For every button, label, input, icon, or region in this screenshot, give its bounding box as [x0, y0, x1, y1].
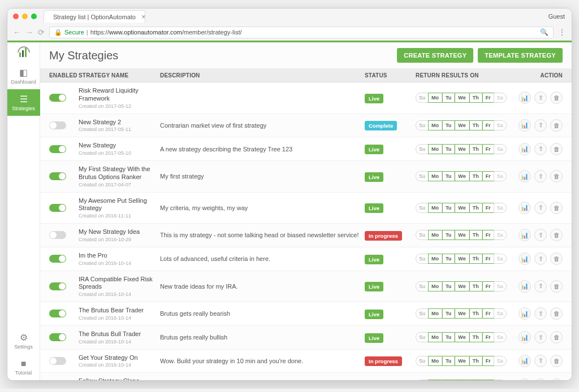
view-results-button[interactable]: 📊 — [518, 202, 531, 214]
day-sa[interactable]: Sa — [494, 281, 507, 291]
day-su[interactable]: Su — [416, 144, 428, 154]
publish-button[interactable]: ⇪ — [534, 92, 547, 104]
day-fr[interactable]: Fr — [482, 308, 494, 319]
publish-button[interactable]: ⇪ — [534, 143, 547, 155]
delete-button[interactable]: 🗑 — [550, 331, 563, 343]
day-sa[interactable]: Sa — [494, 120, 507, 130]
day-sa[interactable]: Sa — [494, 380, 507, 380]
day-sa[interactable]: Sa — [494, 332, 507, 342]
strategy-name[interactable]: The Brutus Bear Trader — [79, 307, 158, 315]
enabled-toggle[interactable] — [49, 231, 66, 239]
create-strategy-button[interactable]: CREATE STRATEGY — [397, 48, 473, 63]
days-selector[interactable]: SuMoTuWeThFrSa — [416, 254, 512, 264]
publish-button[interactable]: ⇪ — [534, 378, 547, 380]
delete-button[interactable]: 🗑 — [550, 280, 563, 293]
days-selector[interactable]: SuMoTuWeThFrSa — [416, 120, 512, 130]
day-mo[interactable]: Mo — [428, 230, 442, 240]
enabled-toggle[interactable] — [49, 333, 66, 341]
day-su[interactable]: Su — [416, 203, 428, 213]
strategy-name[interactable]: New Strategy 2 — [79, 119, 158, 127]
day-we[interactable]: We — [455, 254, 469, 264]
enabled-toggle[interactable] — [49, 310, 66, 317]
sidebar-item-strategies[interactable]: ☰ Strategies — [7, 89, 40, 116]
delete-button[interactable]: 🗑 — [550, 143, 563, 155]
logo-icon[interactable] — [17, 46, 31, 59]
day-tu[interactable]: Tu — [442, 144, 455, 154]
day-we[interactable]: We — [455, 120, 469, 130]
delete-button[interactable]: 🗑 — [550, 92, 563, 104]
day-mo[interactable]: Mo — [428, 203, 442, 213]
publish-button[interactable]: ⇪ — [534, 252, 547, 265]
day-mo[interactable]: Mo — [428, 380, 442, 380]
day-th[interactable]: Th — [469, 308, 482, 319]
publish-button[interactable]: ⇪ — [534, 307, 547, 320]
day-tu[interactable]: Tu — [442, 254, 455, 264]
day-we[interactable]: We — [455, 144, 469, 154]
delete-button[interactable]: 🗑 — [550, 378, 563, 380]
day-su[interactable]: Su — [416, 230, 428, 240]
day-mo[interactable]: Mo — [428, 144, 442, 154]
day-fr[interactable]: Fr — [482, 380, 494, 380]
day-fr[interactable]: Fr — [482, 144, 494, 154]
day-mo[interactable]: Mo — [428, 308, 442, 319]
tab-close-icon[interactable]: × — [139, 12, 145, 21]
day-sa[interactable]: Sa — [494, 254, 507, 264]
strategy-name[interactable]: The Brutus Bull Trader — [79, 330, 158, 338]
days-selector[interactable]: SuMoTuWeThFrSa — [416, 144, 512, 154]
day-th[interactable]: Th — [469, 254, 482, 264]
publish-button[interactable]: ⇪ — [534, 355, 547, 367]
close-window-icon[interactable] — [13, 14, 19, 19]
minimize-window-icon[interactable] — [22, 14, 28, 19]
enabled-toggle[interactable] — [49, 94, 66, 102]
day-su[interactable]: Su — [416, 308, 428, 319]
strategy-name[interactable]: My Awesome Put Selling Strategy — [79, 197, 158, 213]
day-we[interactable]: We — [455, 230, 469, 240]
day-sa[interactable]: Sa — [494, 356, 507, 366]
sidebar-item-dashboard[interactable]: ◧ Dashboard — [7, 63, 40, 89]
days-selector[interactable]: SuMoTuWeThFrSa — [416, 356, 512, 366]
sidebar-item-settings[interactable]: ⚙ Settings — [7, 328, 40, 354]
day-sa[interactable]: Sa — [494, 308, 507, 319]
day-fr[interactable]: Fr — [482, 93, 494, 103]
days-selector[interactable]: SuMoTuWeThFrSa — [416, 281, 512, 291]
days-selector[interactable]: SuMoTuWeThFrSa — [416, 380, 512, 380]
day-sa[interactable]: Sa — [494, 93, 507, 103]
publish-button[interactable]: ⇪ — [534, 331, 547, 343]
delete-button[interactable]: 🗑 — [550, 202, 563, 214]
days-selector[interactable]: SuMoTuWeThFrSa — [416, 230, 512, 240]
day-su[interactable]: Su — [416, 356, 428, 366]
view-results-button[interactable]: 📊 — [518, 119, 531, 132]
publish-button[interactable]: ⇪ — [534, 280, 547, 293]
day-th[interactable]: Th — [469, 230, 482, 240]
days-selector[interactable]: SuMoTuWeThFrSa — [416, 93, 512, 103]
day-th[interactable]: Th — [469, 171, 482, 181]
browser-tab[interactable]: Strategy list | OptionAutomato × — [44, 10, 145, 23]
delete-button[interactable]: 🗑 — [550, 170, 563, 182]
day-fr[interactable]: Fr — [482, 254, 494, 264]
view-results-button[interactable]: 📊 — [518, 170, 531, 182]
day-sa[interactable]: Sa — [494, 144, 507, 154]
enabled-toggle[interactable] — [49, 172, 66, 180]
search-in-page-icon[interactable]: 🔍 — [540, 28, 548, 36]
days-selector[interactable]: SuMoTuWeThFrSa — [416, 308, 512, 319]
delete-button[interactable]: 🗑 — [550, 229, 563, 241]
reload-icon[interactable]: ⟳ — [38, 28, 45, 37]
strategy-name[interactable]: Follow Strategy Clone — [79, 377, 158, 380]
day-we[interactable]: We — [455, 281, 469, 291]
day-we[interactable]: We — [455, 332, 469, 342]
view-results-button[interactable]: 📊 — [518, 331, 531, 343]
day-we[interactable]: We — [455, 203, 469, 213]
day-mo[interactable]: Mo — [428, 281, 442, 291]
day-tu[interactable]: Tu — [442, 171, 455, 181]
day-su[interactable]: Su — [416, 120, 428, 130]
view-results-button[interactable]: 📊 — [518, 307, 531, 320]
delete-button[interactable]: 🗑 — [550, 307, 563, 320]
day-we[interactable]: We — [455, 93, 469, 103]
day-tu[interactable]: Tu — [442, 380, 455, 380]
enabled-toggle[interactable] — [49, 357, 66, 365]
days-selector[interactable]: SuMoTuWeThFrSa — [416, 332, 512, 342]
strategy-name[interactable]: My First Strategy With the Brutus Option… — [79, 165, 158, 181]
day-fr[interactable]: Fr — [482, 120, 494, 130]
day-fr[interactable]: Fr — [482, 230, 494, 240]
publish-button[interactable]: ⇪ — [534, 202, 547, 214]
